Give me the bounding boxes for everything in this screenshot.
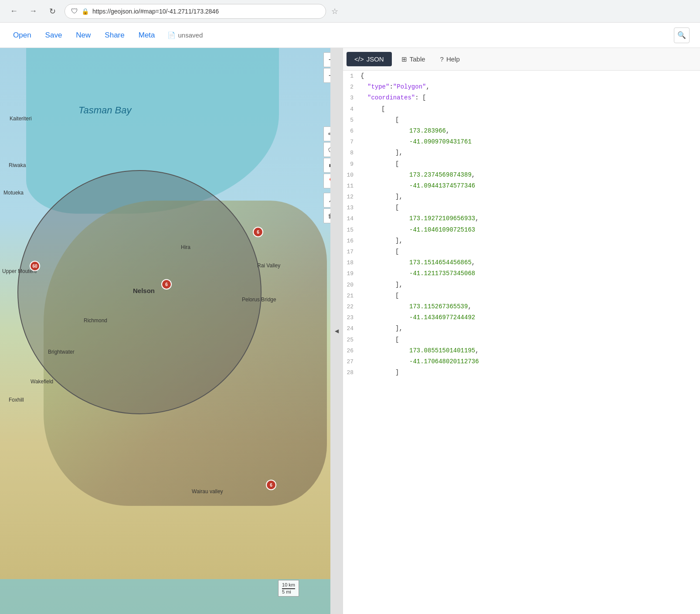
scale-bar: 10 km 5 mi <box>278 580 299 597</box>
label-richmond: Richmond <box>84 317 107 324</box>
app-container: Open Save New Share Meta 📄 unsaved 🔍 <box>0 23 700 614</box>
road-marker-6-top: 6 <box>253 227 263 237</box>
line-12: 12 ], <box>343 191 700 202</box>
coord-27: -41.170648020112736 <box>409 356 479 367</box>
line-num-27: 27 <box>343 357 360 367</box>
line-5: 5 [ <box>343 115 700 126</box>
coord-23: -41.14346977244492 <box>409 312 475 323</box>
key-coordinates: "coordinates" <box>367 92 415 103</box>
coord-15: -41.10461090725163 <box>409 225 475 235</box>
line-num-1: 1 <box>343 71 360 81</box>
help-tab-label: Help <box>446 55 460 63</box>
line-num-14: 14 <box>343 214 360 224</box>
forward-button[interactable]: → <box>26 4 40 18</box>
search-icon: 🔍 <box>677 31 686 39</box>
panel-collapse-button[interactable]: ◀ <box>330 48 343 614</box>
new-button[interactable]: New <box>70 27 97 43</box>
line-num-24: 24 <box>343 324 360 334</box>
json-editor[interactable]: 1 { 2 "type" : "Polygon" , 3 "coordinate… <box>343 71 700 614</box>
bookmark-button[interactable]: ☆ <box>331 7 338 16</box>
coord-10: 173.2374569874389 <box>409 170 472 181</box>
bay-label: Tasman Bay <box>78 105 131 116</box>
line-num-15: 15 <box>343 225 360 235</box>
line-7: 7 -41.0909709431761 <box>343 136 700 147</box>
road-marker-6-bot: 6 <box>266 480 276 490</box>
label-foxhill: Foxhill <box>9 397 24 403</box>
coord-26: 173.08551501401195 <box>409 345 475 356</box>
line-num-13: 13 <box>343 203 360 213</box>
line-1: 1 { <box>343 71 700 82</box>
scale-km: 10 km <box>282 582 295 589</box>
label-wakefield: Wakefield <box>31 379 53 385</box>
line-num-17: 17 <box>343 247 360 257</box>
line-2: 2 "type" : "Polygon" , <box>343 82 700 92</box>
json-tabs: </> JSON ⊞ Table ? Help <box>343 48 700 71</box>
val-type: "Polygon" <box>393 82 426 92</box>
line-num-12: 12 <box>343 192 360 202</box>
road-marker-60: 60 <box>30 261 40 271</box>
open-button[interactable]: Open <box>7 27 37 43</box>
label-brightwater: Brightwater <box>48 349 75 355</box>
line-10: 10 173.2374569874389 , <box>343 170 700 181</box>
label-riwaka: Riwaka <box>9 162 26 168</box>
unsaved-label: unsaved <box>178 31 203 39</box>
label-hira: Hira <box>181 244 190 250</box>
line-num-19: 19 <box>343 269 360 279</box>
refresh-button[interactable]: ↻ <box>45 4 59 18</box>
back-button[interactable]: ← <box>7 4 21 18</box>
json-icon: </> <box>354 55 364 63</box>
line-9: 9 [ <box>343 159 700 170</box>
line-num-25: 25 <box>343 335 360 345</box>
browser-bar: ← → ↻ 🛡 🔒 https://geojson.io/#map=10/-41… <box>0 0 700 23</box>
line-16: 16 ], <box>343 235 700 246</box>
label-kaiteriteri: Kaiteriteri <box>10 116 32 122</box>
line-num-2: 2 <box>343 82 360 92</box>
coord-6: 173.283966 <box>409 126 446 136</box>
tab-table[interactable]: ⊞ Table <box>394 52 433 67</box>
address-bar: 🛡 🔒 https://geojson.io/#map=10/-41.2711/… <box>65 4 326 19</box>
key-type: "type" <box>367 82 389 92</box>
line-num-9: 9 <box>343 159 360 169</box>
unsaved-badge: 📄 unsaved <box>163 30 207 41</box>
line-11: 11 -41.09441374577346 <box>343 181 700 191</box>
label-pelorus-bridge: Pelorus Bridge <box>242 297 276 303</box>
line-num-10: 10 <box>343 170 360 180</box>
map-background: Tasman Bay Kaiteriteri Riwaka Motueka Up… <box>0 48 343 614</box>
meta-button[interactable]: Meta <box>133 27 161 43</box>
label-rai-valley: Rai Valley <box>257 263 280 269</box>
line-num-7: 7 <box>343 137 360 147</box>
line-num-28: 28 <box>343 368 360 378</box>
line-13: 13 [ <box>343 202 700 213</box>
line-19: 19 -41.12117357345068 <box>343 268 700 279</box>
json-panel: </> JSON ⊞ Table ? Help 1 { <box>343 48 700 614</box>
line-14: 14 173.19272109656933 , <box>343 213 700 224</box>
line-17: 17 [ <box>343 246 700 257</box>
tab-help[interactable]: ? Help <box>435 52 465 66</box>
line-num-20: 20 <box>343 280 360 290</box>
line-22: 22 173.115267365539 , <box>343 301 700 312</box>
url-text: https://geojson.io/#map=10/-41.2711/173.… <box>92 8 219 15</box>
tab-json[interactable]: </> JSON <box>347 52 392 66</box>
line-num-18: 18 <box>343 258 360 268</box>
line-4: 4 [ <box>343 104 700 115</box>
label-motueka: Motueka <box>3 190 24 196</box>
table-icon: ⊞ <box>401 55 407 63</box>
map-panel[interactable]: Tasman Bay Kaiteriteri Riwaka Motueka Up… <box>0 48 343 614</box>
line-28: 28 ] <box>343 367 700 378</box>
file-icon: 📄 <box>167 31 176 39</box>
line-num-4: 4 <box>343 104 360 114</box>
shield-icon: 🛡 <box>71 7 78 15</box>
line-num-5: 5 <box>343 115 360 125</box>
save-button[interactable]: Save <box>39 27 68 43</box>
road-marker-6-mid: 6 <box>161 279 172 290</box>
search-button[interactable]: 🔍 <box>674 27 690 43</box>
coord-22: 173.115267365539 <box>409 301 468 312</box>
lock-icon: 🔒 <box>82 8 89 15</box>
coord-19: -41.12117357345068 <box>409 268 475 279</box>
line-25: 25 [ <box>343 334 700 345</box>
line-num-8: 8 <box>343 148 360 158</box>
coord-18: 173.1514654456865 <box>409 257 472 268</box>
share-button[interactable]: Share <box>99 27 130 43</box>
line-18: 18 173.1514654456865 , <box>343 257 700 268</box>
line-num-3: 3 <box>343 93 360 103</box>
